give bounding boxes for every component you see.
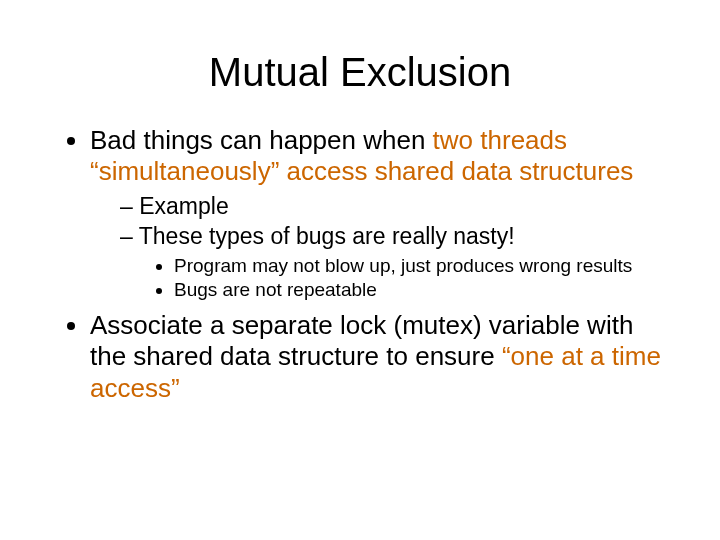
bullet-2: Associate a separate lock (mutex) variab…: [90, 310, 670, 404]
bullet-list-level1: Bad things can happen when two threads “…: [50, 125, 670, 404]
slide-title: Mutual Exclusion: [50, 50, 670, 95]
bullet-1-sub-1-text: Example: [139, 193, 228, 219]
bullet-1-text-pre: Bad things can happen when: [90, 125, 433, 155]
bullet-1-sublist: Example These types of bugs are really n…: [90, 193, 670, 302]
bullet-1-sub-1: Example: [120, 193, 670, 221]
bullet-1-sub-2-item-1: Program may not blow up, just produces w…: [174, 255, 670, 278]
bullet-1: Bad things can happen when two threads “…: [90, 125, 670, 302]
bullet-1-sub-2-item-2: Bugs are not repeatable: [174, 279, 670, 302]
bullet-1-sub-2-text: These types of bugs are really nasty!: [139, 223, 515, 249]
slide: Mutual Exclusion Bad things can happen w…: [0, 0, 720, 540]
bullet-1-sub-2-list: Program may not blow up, just produces w…: [120, 255, 670, 303]
bullet-1-sub-2: These types of bugs are really nasty! Pr…: [120, 223, 670, 302]
